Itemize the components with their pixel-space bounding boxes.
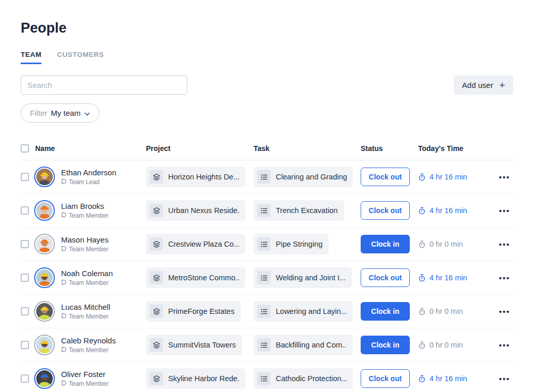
row-checkbox[interactable]	[21, 240, 29, 248]
page-title: People	[21, 20, 513, 36]
clock-button[interactable]: Clock in	[361, 302, 410, 321]
person-role: Team Member	[61, 279, 146, 287]
task-label: Welding and Joint I...	[276, 274, 346, 282]
todays-time-value: 0 hr 0 min	[429, 240, 463, 248]
project-label: MetroStone Commo...	[168, 274, 239, 282]
clock-button[interactable]: Clock out	[361, 369, 410, 388]
clock-button[interactable]: Clock out	[361, 201, 410, 220]
clock-button[interactable]: Clock in	[361, 235, 410, 253]
project-cell: Crestview Plaza Co...	[146, 234, 254, 254]
avatar	[34, 368, 55, 389]
project-chip[interactable]: Skyline Harbor Rede...	[146, 368, 245, 389]
clock-button[interactable]: Clock in	[361, 336, 410, 354]
row-menu-button[interactable]: •••	[497, 307, 512, 316]
todays-time-value: 4 hr 16 min	[429, 374, 467, 383]
person-name: Ethan Anderson	[61, 168, 146, 177]
task-chip[interactable]: Cathodic Protection...	[254, 368, 353, 389]
person-role-label: Team Member	[69, 346, 109, 354]
project-chip[interactable]: Horizon Heights De...	[146, 167, 245, 187]
task-cell: Backfilling and Com...	[254, 335, 361, 355]
tag-icon	[61, 212, 67, 219]
todays-time: 4 hr 16 min	[418, 206, 494, 215]
row-menu-button[interactable]: •••	[497, 173, 512, 182]
table-row: Lucas Mitchell Team Member	[21, 295, 513, 328]
row-menu-button[interactable]: •••	[497, 374, 512, 383]
row-checkbox[interactable]	[21, 374, 29, 383]
task-label: Pipe Stringing	[276, 240, 322, 248]
task-label: Clearing and Grading	[276, 173, 347, 181]
clock-button[interactable]: Clock out	[361, 268, 410, 287]
task-chip[interactable]: Lowering and Layin...	[254, 301, 353, 322]
stopwatch-icon	[418, 341, 426, 349]
todays-time: 0 hr 0 min	[418, 341, 494, 349]
project-cell: SummitVista Towers	[146, 335, 254, 355]
person-name: Caleb Reynolds	[61, 336, 146, 345]
todays-time: 0 hr 0 min	[418, 240, 494, 248]
avatar	[34, 301, 55, 322]
task-chip[interactable]: Trench Excavation	[254, 200, 344, 221]
row-checkbox[interactable]	[21, 206, 29, 215]
task-chip[interactable]: Pipe Stringing	[254, 234, 329, 254]
worker-avatar-graphic	[36, 269, 53, 286]
person-role: Team Member	[61, 246, 146, 253]
stopwatch-icon	[418, 274, 426, 282]
row-menu-button[interactable]: •••	[497, 341, 512, 350]
row-menu-button[interactable]: •••	[497, 274, 512, 282]
todays-time-value: 4 hr 16 min	[429, 274, 467, 282]
person-role-label: Team Lead	[69, 178, 99, 186]
list-icon	[257, 237, 271, 251]
row-checkbox[interactable]	[21, 173, 29, 181]
project-label: Horizon Heights De...	[168, 173, 239, 181]
project-chip[interactable]: MetroStone Commo...	[146, 267, 245, 288]
row-checkbox[interactable]	[21, 274, 29, 282]
person-name: Liam Brooks	[61, 202, 146, 210]
filter-button[interactable]: Filter My team	[21, 103, 99, 123]
layers-icon	[150, 372, 163, 385]
person-role-label: Team Member	[69, 212, 109, 219]
tag-icon	[61, 279, 67, 287]
row-menu-button[interactable]: •••	[497, 206, 512, 215]
stopwatch-icon	[418, 375, 426, 383]
worker-avatar-graphic	[36, 370, 53, 387]
person-name: Oliver Foster	[61, 370, 146, 379]
tab-customers[interactable]: CUSTOMERS	[57, 51, 104, 64]
list-icon	[257, 305, 271, 318]
project-cell: PrimeForge Estates	[146, 301, 254, 322]
task-label: Cathodic Protection...	[276, 374, 347, 383]
clock-button[interactable]: Clock out	[361, 168, 410, 186]
stopwatch-icon	[418, 173, 426, 181]
column-header-name: Name	[34, 144, 146, 153]
task-chip[interactable]: Clearing and Grading	[254, 167, 353, 187]
task-cell: Lowering and Layin...	[254, 301, 361, 322]
task-cell: Trench Excavation	[254, 200, 361, 221]
tag-icon	[61, 313, 67, 320]
todays-time: 4 hr 16 min	[418, 374, 494, 383]
project-chip[interactable]: Urban Nexus Reside...	[146, 200, 245, 221]
tab-team[interactable]: TEAM	[21, 51, 41, 64]
project-chip[interactable]: SummitVista Towers	[146, 335, 242, 355]
people-table: Name Project Task Status Today's Time Et…	[21, 137, 513, 392]
select-all-checkbox[interactable]	[21, 144, 29, 153]
table-body: Ethan Anderson Team Lead	[21, 160, 513, 392]
project-cell: MetroStone Commo...	[146, 267, 254, 288]
project-chip[interactable]: PrimeForge Estates	[146, 301, 241, 322]
worker-avatar-graphic	[36, 236, 53, 252]
toolbar: Add user +	[21, 76, 513, 95]
task-label: Backfilling and Com...	[276, 341, 347, 349]
task-chip[interactable]: Backfilling and Com...	[254, 335, 353, 355]
plus-icon: +	[499, 80, 505, 90]
list-icon	[257, 372, 271, 385]
task-chip[interactable]: Welding and Joint I...	[254, 267, 352, 288]
stopwatch-icon	[418, 240, 426, 248]
search-input[interactable]	[21, 76, 187, 95]
row-menu-button[interactable]: •••	[497, 240, 512, 249]
add-user-button[interactable]: Add user +	[454, 76, 513, 95]
name-cell: Ethan Anderson Team Lead	[61, 168, 146, 186]
table-row: Oliver Foster Team Member	[21, 362, 513, 392]
row-checkbox[interactable]	[21, 341, 29, 349]
project-chip[interactable]: Crestview Plaza Co...	[146, 234, 245, 254]
row-checkbox[interactable]	[21, 307, 29, 315]
table-header: Name Project Task Status Today's Time	[21, 137, 513, 160]
name-cell: Noah Coleman Team Member	[61, 269, 146, 287]
status-cell: Clock out	[361, 201, 418, 220]
